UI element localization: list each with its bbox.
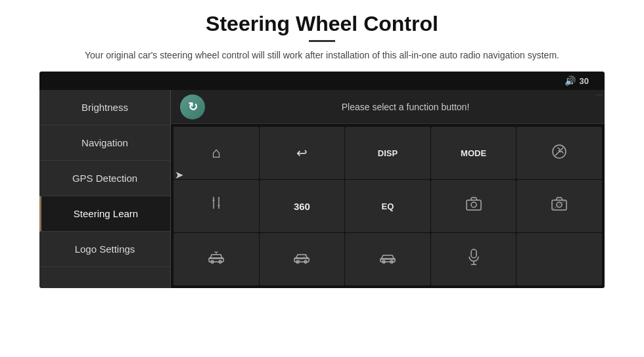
page-title: Steering Wheel Control <box>206 12 438 36</box>
disp-button[interactable]: DISP <box>345 127 430 179</box>
disp-label: DISP <box>378 148 398 158</box>
eq-button[interactable]: EQ <box>345 180 430 232</box>
car1-button[interactable] <box>173 233 259 285</box>
car3-icon <box>379 251 396 268</box>
sidebar-steering-label: Steering Learn <box>74 208 138 219</box>
tune-icon <box>208 196 225 217</box>
home-button[interactable]: ⌂ <box>173 127 259 179</box>
main-content: Brightness Navigation GPS Detection Stee… <box>39 90 605 288</box>
sidebar: Brightness Navigation GPS Detection Stee… <box>39 90 171 288</box>
home-icon: ⌂ <box>212 144 220 161</box>
svg-rect-22 <box>471 249 476 258</box>
sidebar-brightness-label: Brightness <box>81 102 128 113</box>
camera2-button[interactable] <box>517 180 602 232</box>
title-divider <box>309 40 335 42</box>
sidebar-item-brightness[interactable]: Brightness <box>39 90 170 125</box>
car1-icon <box>208 251 225 268</box>
corner-dots: ··· <box>597 91 602 98</box>
svg-point-8 <box>471 202 476 207</box>
right-panel: ↻ Please select a function button! ··· ⌂… <box>171 90 605 288</box>
function-prompt: Please select a function button! <box>216 102 595 112</box>
sidebar-navigation-label: Navigation <box>81 137 128 148</box>
volume-number: 30 <box>580 76 589 86</box>
refresh-icon: ↻ <box>188 100 198 114</box>
svg-line-11 <box>553 200 566 209</box>
car2-button[interactable] <box>260 233 345 285</box>
camera1-button[interactable] <box>431 180 517 232</box>
sidebar-logo-label: Logo Settings <box>75 243 135 255</box>
mic-button[interactable] <box>431 233 517 285</box>
nophone-icon <box>551 144 567 163</box>
camera1-icon <box>465 197 482 215</box>
svg-point-1 <box>212 200 214 201</box>
sidebar-item-gps-detection[interactable]: GPS Detection <box>39 161 170 196</box>
empty-button <box>517 233 602 285</box>
sidebar-item-steering-learn[interactable]: Steering Learn <box>39 196 170 232</box>
refresh-button[interactable]: ↻ <box>180 94 205 119</box>
360-button[interactable]: 360 <box>260 180 345 232</box>
eq-label: EQ <box>382 201 394 211</box>
mic-icon <box>467 249 480 270</box>
car3-button[interactable] <box>345 233 430 285</box>
function-bar: ↻ Please select a function button! ··· <box>171 90 605 124</box>
car2-icon <box>293 251 310 268</box>
back-button[interactable]: ↩ <box>260 127 345 179</box>
device-screen: 🔊 30 Brightness Navigation GPS Detection… <box>39 72 605 288</box>
360-label: 360 <box>294 201 310 212</box>
page-subtitle: Your original car's steering wheel contr… <box>85 49 559 62</box>
volume-icon: 🔊 <box>564 75 576 86</box>
sidebar-gps-label: GPS Detection <box>72 173 137 184</box>
back-icon: ↩ <box>296 145 308 161</box>
tune-button[interactable] <box>173 180 259 232</box>
sidebar-item-navigation[interactable]: Navigation <box>39 125 170 161</box>
mode-label: MODE <box>461 148 486 158</box>
camera2-icon <box>551 197 568 215</box>
page-wrapper: Steering Wheel Control Your original car… <box>0 0 644 357</box>
button-grid: ⌂ ↩ DISP MODE <box>171 124 605 288</box>
top-bar: 🔊 30 <box>39 72 605 90</box>
svg-point-4 <box>218 205 219 207</box>
nophone-button[interactable] <box>517 127 602 179</box>
mode-button[interactable]: MODE <box>431 127 517 179</box>
sidebar-item-logo-settings[interactable]: Logo Settings <box>39 232 170 267</box>
